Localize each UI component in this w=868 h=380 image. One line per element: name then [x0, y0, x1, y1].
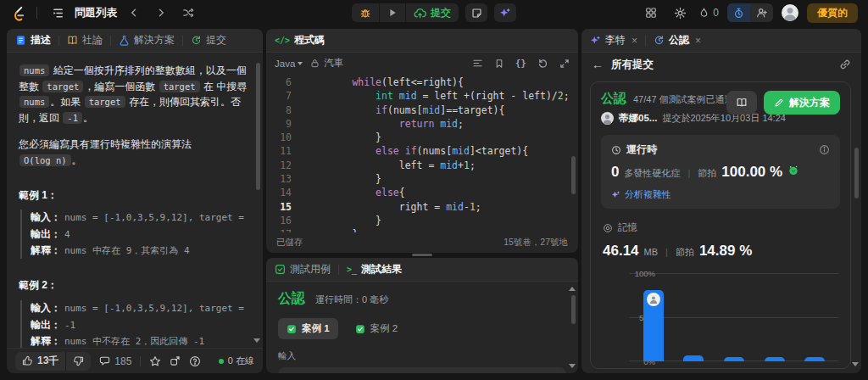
memory-icon: [603, 223, 613, 233]
tab-description[interactable]: 描述: [15, 33, 51, 48]
chart-bar[interactable]: [683, 355, 704, 361]
code-line[interactable]: 7 int mid = left +(right - left)/2;: [266, 89, 578, 103]
description-scrollbar[interactable]: [256, 63, 260, 190]
code-line[interactable]: 15 right = mid-1;: [266, 200, 578, 214]
runtime-distribution-chart: 100% 50% 0% 1ms2ms3ms4ms: [601, 273, 840, 369]
ai-sparkle-button[interactable]: [494, 3, 516, 22]
inline-code-chip: target: [85, 96, 125, 108]
problem-list-icon[interactable]: [47, 3, 68, 22]
tests-passed: 47/47 個測試案例已通過: [633, 93, 734, 106]
snippets-icon[interactable]: {}: [515, 58, 526, 69]
case-2-chip[interactable]: 案例 2: [347, 318, 407, 339]
language-selector[interactable]: Java: [275, 59, 303, 69]
dislike-button[interactable]: [66, 352, 91, 371]
panel-resize-handle[interactable]: [412, 254, 432, 256]
code-lines[interactable]: 6 while(left<=right){7 int mid = left +(…: [266, 74, 578, 232]
tab-testcase[interactable]: 測試用例: [275, 262, 331, 277]
premium-button[interactable]: 優質的: [807, 3, 858, 23]
code-line[interactable]: 14 else{: [266, 186, 578, 199]
like-button[interactable]: 13千: [15, 352, 65, 371]
chevron-down-icon: [298, 62, 303, 65]
code-line[interactable]: 10 }: [266, 131, 578, 144]
streak-counter[interactable]: 0: [698, 7, 719, 19]
runtime-card[interactable]: 運行時 0 多發性硬化症 | 節拍 100.00 % 分析複雜性: [601, 135, 840, 209]
submission-scrollbar[interactable]: [854, 148, 859, 198]
code-icon: </>: [275, 36, 290, 45]
chart-x-label: 2ms: [714, 367, 754, 369]
analyze-complexity-link[interactable]: 分析複雜性: [611, 188, 830, 201]
scroll-down-arrow[interactable]: [253, 338, 260, 343]
desc-paragraph-1: nums 給定一個按升序排列的整數數組，以及一個整數 target，編寫一個函數…: [19, 63, 249, 126]
next-problem-button[interactable]: [151, 3, 171, 22]
tab-label: 公認: [669, 33, 689, 48]
collaborate-button[interactable]: [750, 3, 773, 22]
test-scrollbar[interactable]: [571, 295, 576, 324]
debug-button[interactable]: [352, 3, 379, 22]
memory-beats: 14.89 %: [699, 243, 752, 260]
tab-test-result[interactable]: >_ 測試結果: [347, 262, 402, 277]
user-avatar[interactable]: [782, 4, 798, 21]
prev-problem-button[interactable]: [124, 3, 144, 22]
reset-code-icon[interactable]: [537, 58, 548, 69]
view-editorial-button[interactable]: [726, 91, 757, 115]
submit-button[interactable]: 提交: [406, 3, 459, 22]
notes-button[interactable]: [465, 3, 487, 22]
scroll-down-arrow[interactable]: [569, 364, 576, 368]
stopwatch-button[interactable]: [727, 3, 750, 22]
desc-text: 您必須編寫具有運行時複雜性的演算法: [19, 138, 192, 150]
memory-section[interactable]: 記憶 46.14 MB | 節拍 14.89 %: [601, 221, 840, 260]
post-solution-button[interactable]: 解決方案: [764, 91, 840, 115]
thumbs-down-icon: [73, 355, 84, 366]
code-line[interactable]: 8 if(nums[mid]==target){: [266, 103, 578, 117]
scroll-up-arrow[interactable]: [569, 287, 576, 291]
line-content: left = mid+1;: [305, 159, 476, 172]
tab-solutions[interactable]: 解決方案: [119, 33, 175, 48]
comments-button[interactable]: 185: [99, 355, 131, 367]
back-arrow-icon[interactable]: ←: [592, 58, 604, 71]
editor-scrollbar[interactable]: [571, 156, 576, 194]
shuffle-icon[interactable]: [178, 3, 198, 22]
all-submissions-label[interactable]: 所有提交: [611, 58, 654, 72]
close-icon[interactable]: ×: [695, 35, 701, 47]
chart-bar[interactable]: [643, 290, 664, 361]
share-button[interactable]: [170, 355, 181, 366]
scroll-down-arrow[interactable]: [852, 362, 859, 366]
chart-bar[interactable]: [804, 357, 825, 361]
chart-bar[interactable]: [724, 357, 744, 361]
chart-bar[interactable]: [765, 357, 785, 361]
case-1-chip[interactable]: 案例 1: [278, 318, 338, 339]
desc-text: 。: [72, 154, 82, 166]
like-count: 13千: [37, 354, 58, 368]
submission-status: 公認: [601, 91, 626, 107]
leetcode-logo[interactable]: [10, 5, 26, 21]
line-number: 13: [266, 172, 292, 186]
code-line[interactable]: 11 else if(nums[mid]<target){: [266, 144, 578, 158]
code-line[interactable]: 13 }: [266, 172, 578, 186]
copy-link-icon[interactable]: [839, 59, 851, 70]
testcase-input[interactable]: 數字=: [278, 367, 566, 373]
tab-code[interactable]: </> 程式碼: [275, 33, 325, 48]
auto-save-toggle[interactable]: 汽車: [310, 57, 343, 70]
beats-label: 節拍: [676, 246, 694, 259]
layout-grid-icon[interactable]: [641, 3, 661, 22]
problem-list-label[interactable]: 問題列表: [75, 6, 117, 20]
run-button[interactable]: [380, 3, 405, 22]
code-line[interactable]: 6 while(left<=right){: [266, 75, 578, 89]
info-icon[interactable]: [819, 144, 830, 155]
bookmark-icon[interactable]: [494, 59, 504, 69]
example-1-block: 輸入：nums = [-1,0,3,5,9,12], target = 9 輸出…: [20, 210, 249, 259]
format-code-icon[interactable]: [472, 58, 483, 69]
help-button[interactable]: [189, 355, 201, 367]
tab-leet-ai[interactable]: 李特 ×: [590, 33, 637, 48]
tab-editorial[interactable]: 社論: [67, 33, 103, 48]
code-line[interactable]: 16 }: [266, 214, 578, 227]
code-line[interactable]: 12 left = mid+1;: [266, 159, 578, 172]
favorite-button[interactable]: [149, 355, 161, 367]
fullscreen-icon[interactable]: [559, 59, 570, 69]
tab-submissions[interactable]: 提交: [191, 33, 226, 48]
close-icon[interactable]: ×: [632, 35, 637, 47]
line-content: else{: [305, 186, 405, 199]
tab-accepted[interactable]: 公認 ×: [654, 33, 701, 48]
settings-gear-icon[interactable]: [670, 3, 690, 22]
code-line[interactable]: 9 return mid;: [266, 117, 578, 131]
